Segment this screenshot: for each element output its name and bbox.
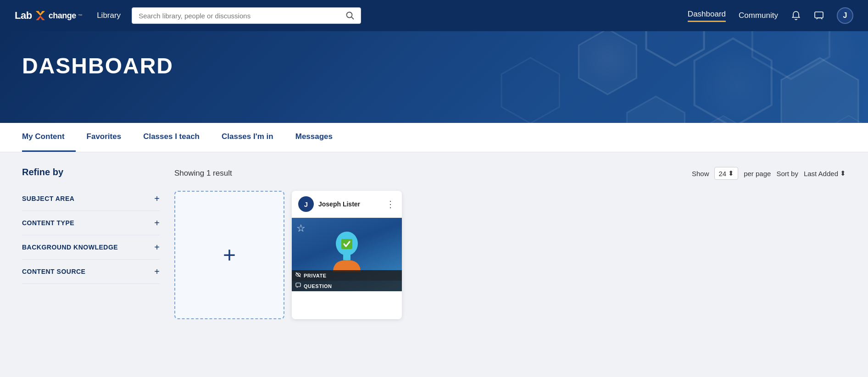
- filter-content-source-label: CONTENT SOURCE: [22, 268, 85, 275]
- logo-change-text: change: [49, 11, 76, 21]
- filter-content-source-expand-icon: +: [154, 267, 160, 276]
- bell-icon: [791, 11, 801, 21]
- cards-row: + J Joseph Lister ⋮ ☆: [174, 191, 846, 319]
- nav-library-link[interactable]: Library: [97, 11, 121, 20]
- svg-line-3: [351, 17, 354, 19]
- svg-rect-20: [296, 283, 300, 287]
- content-card: J Joseph Lister ⋮ ☆: [292, 191, 402, 319]
- search-button[interactable]: [346, 11, 354, 20]
- tabs-bar: My Content Favorites Classes I teach Cla…: [0, 123, 868, 152]
- svg-rect-16: [341, 239, 352, 249]
- main-content: Showing 1 result Show 24 ⬍ per page Sort…: [174, 167, 846, 321]
- filter-subject-area[interactable]: SUBJECT AREA +: [22, 187, 160, 211]
- show-value: 24: [718, 170, 726, 177]
- svg-point-19: [298, 274, 299, 276]
- card-author-name: Joseph Lister: [318, 200, 360, 208]
- notifications-button[interactable]: [791, 11, 801, 21]
- svg-rect-15: [343, 255, 351, 260]
- sidebar: Refine by SUBJECT AREA + CONTENT TYPE + …: [22, 167, 160, 321]
- refine-by-title: Refine by: [22, 167, 160, 177]
- sort-select-arrows-icon: ⬍: [840, 169, 846, 177]
- sort-by-select[interactable]: Last Added ⬍: [804, 169, 846, 177]
- svg-rect-4: [815, 12, 823, 18]
- chat-icon: [814, 11, 824, 21]
- card-badges: PRIVATE QUESTION: [292, 270, 402, 291]
- filter-content-type-expand-icon: +: [154, 218, 160, 227]
- per-page-label: per page: [744, 170, 771, 177]
- show-select-arrows-icon: ⬍: [728, 169, 734, 177]
- filter-background-knowledge-label: BACKGROUND KNOWLEDGE: [22, 244, 118, 251]
- page-title: DASHBOARD: [22, 53, 846, 78]
- logo[interactable]: Lab change ™: [15, 9, 82, 22]
- search-icon: [346, 11, 354, 20]
- tab-messages[interactable]: Messages: [284, 123, 344, 152]
- user-avatar[interactable]: J: [837, 7, 853, 24]
- logo-lab-text: Lab: [15, 10, 32, 22]
- person-head-icon: [328, 231, 365, 277]
- show-label: Show: [692, 170, 709, 177]
- filter-background-knowledge-expand-icon: +: [154, 243, 160, 252]
- card-header: J Joseph Lister ⋮: [292, 191, 402, 218]
- search-bar: [132, 7, 361, 24]
- content-area: Refine by SUBJECT AREA + CONTENT TYPE + …: [0, 152, 868, 336]
- badge-question: QUESTION: [292, 281, 402, 291]
- badge-private-label: PRIVATE: [304, 273, 327, 278]
- tab-classes-im-in[interactable]: Classes I'm in: [211, 123, 284, 152]
- messages-button[interactable]: [814, 11, 824, 21]
- svg-marker-1: [36, 11, 45, 16]
- nav-dashboard-link[interactable]: Dashboard: [688, 10, 726, 22]
- card-menu-button[interactable]: ⋮: [386, 199, 395, 210]
- results-controls: Show 24 ⬍ per page Sort by Last Added ⬍: [692, 167, 846, 180]
- tab-my-content[interactable]: My Content: [22, 123, 76, 152]
- card-favorite-icon[interactable]: ☆: [296, 222, 306, 234]
- show-per-page-select[interactable]: 24 ⬍: [714, 167, 738, 180]
- search-input[interactable]: [139, 12, 342, 20]
- private-icon: [295, 272, 301, 279]
- results-count: Showing 1 result: [174, 169, 232, 178]
- no-view-icon: [295, 272, 301, 277]
- add-content-card[interactable]: +: [174, 191, 284, 319]
- card-author-avatar: J: [298, 196, 314, 212]
- logo-tm-text: ™: [78, 13, 83, 18]
- add-content-icon: +: [223, 244, 236, 266]
- results-header: Showing 1 result Show 24 ⬍ per page Sort…: [174, 167, 846, 180]
- sort-value: Last Added: [804, 170, 838, 177]
- badge-question-label: QUESTION: [304, 283, 332, 289]
- tab-classes-i-teach[interactable]: Classes I teach: [132, 123, 211, 152]
- nav-right: Dashboard Community J: [688, 7, 853, 24]
- filter-content-type[interactable]: CONTENT TYPE +: [22, 211, 160, 235]
- filter-content-source[interactable]: CONTENT SOURCE +: [22, 260, 160, 284]
- card-author: J Joseph Lister: [298, 196, 360, 212]
- card-image: ☆: [292, 218, 402, 291]
- svg-marker-6: [695, 39, 772, 123]
- hero-banner: DASHBOARD: [0, 31, 868, 123]
- tab-favorites[interactable]: Favorites: [76, 123, 133, 152]
- badge-private: PRIVATE: [292, 270, 402, 281]
- navbar: Lab change ™ Library Dashboard Community: [0, 0, 868, 31]
- svg-marker-11: [627, 96, 684, 123]
- chat-bubble-icon: [295, 283, 301, 288]
- nav-community-link[interactable]: Community: [739, 11, 778, 20]
- logo-x-icon: [34, 9, 47, 22]
- sort-by-label: Sort by: [776, 170, 798, 177]
- filter-subject-area-expand-icon: +: [154, 194, 160, 203]
- filter-subject-area-label: SUBJECT AREA: [22, 195, 74, 202]
- filter-content-type-label: CONTENT TYPE: [22, 219, 74, 227]
- filter-background-knowledge[interactable]: BACKGROUND KNOWLEDGE +: [22, 235, 160, 260]
- question-icon: [295, 283, 301, 289]
